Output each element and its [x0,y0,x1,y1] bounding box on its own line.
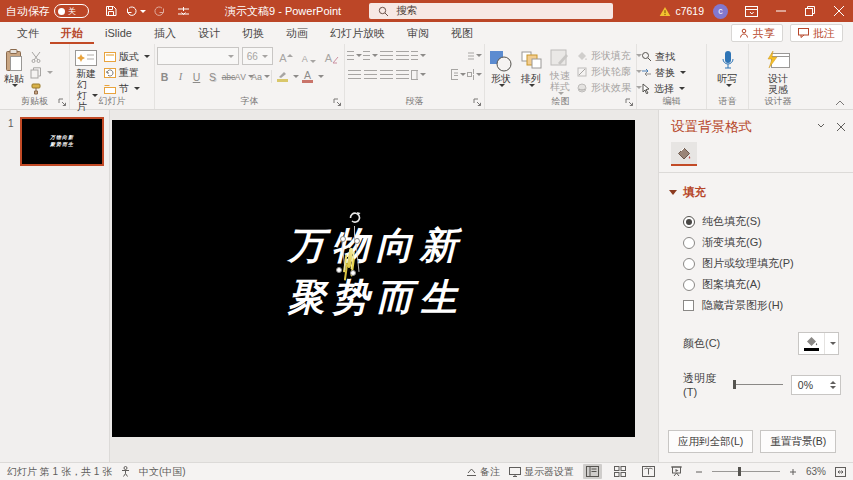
find-button[interactable]: 查找 [639,49,688,64]
tab-view[interactable]: 视图 [440,22,484,44]
option-solid-fill[interactable]: 纯色填充(S) [659,211,853,232]
tab-home[interactable]: 开始 [50,22,94,44]
display-settings-button[interactable]: 显示器设置 [509,465,574,479]
grow-font-icon[interactable]: A [276,48,295,64]
slide-sorter-view-button[interactable] [611,464,630,479]
clipboard-dialog-launcher[interactable] [58,98,67,107]
clear-formatting-icon[interactable]: A [322,48,342,64]
accessibility-icon[interactable] [121,466,130,477]
option-gradient-fill[interactable]: 渐变填充(G) [659,232,853,253]
rotate-handle-icon[interactable] [347,210,362,224]
radio-pattern-fill[interactable] [683,279,695,291]
radio-gradient-fill[interactable] [683,237,695,249]
italic-button[interactable]: I [173,69,188,84]
spin-up-icon[interactable] [830,381,836,384]
font-color-button[interactable]: A [300,69,315,84]
align-right-icon[interactable] [379,67,394,82]
transparency-spinbox[interactable]: 0% [791,375,841,395]
avatar[interactable]: c [713,4,728,19]
redo-icon[interactable] [147,0,171,22]
numbering-icon[interactable] [363,48,378,63]
save-icon[interactable] [99,0,123,22]
zoom-slider[interactable] [712,471,780,472]
color-dropdown-arrow[interactable] [825,333,838,354]
option-pattern-fill[interactable]: 图案填充(A) [659,274,853,295]
new-slide-button[interactable]: 新建 幻灯片 [72,47,100,96]
customize-quick-access-icon[interactable] [171,0,195,22]
format-painter-icon[interactable] [28,81,55,96]
alert-badge[interactable]: c7619 [659,5,704,17]
text-shadow-button[interactable]: S [205,69,220,84]
reset-button[interactable]: 重置 [102,65,152,80]
undo-icon[interactable] [123,0,147,22]
checkbox-hide-background[interactable] [683,300,694,311]
highlight-color-button[interactable] [275,69,290,84]
normal-view-button[interactable] [583,464,602,479]
selection-handle-nw[interactable] [340,236,346,242]
font-size-combo[interactable]: 66 [242,47,274,65]
close-button[interactable] [824,0,853,22]
tab-animations[interactable]: 动画 [275,22,319,44]
autosave-switch[interactable]: 关 [54,4,89,18]
bullets-icon[interactable] [347,48,362,63]
ribbon-display-options-icon[interactable] [737,0,766,22]
share-button[interactable]: 共享 [731,24,783,42]
align-text-icon[interactable] [451,67,466,82]
search-input[interactable]: 搜索 [369,3,613,19]
columns-icon[interactable] [411,67,426,82]
selection-handle-sw[interactable] [336,267,342,273]
cut-icon[interactable] [28,49,55,64]
panel-close-icon[interactable] [837,123,845,131]
slide-thumbnail[interactable]: 万物向新 聚势而生 [20,117,104,166]
fit-to-window-icon[interactable] [835,467,846,477]
apply-to-all-button[interactable]: 应用到全部(L) [668,430,753,453]
line-spacing-icon[interactable] [411,48,426,63]
reading-view-button[interactable] [639,464,658,479]
smartart-convert-icon[interactable] [467,67,482,82]
zoom-slider-thumb[interactable] [738,467,741,476]
fill-section-header[interactable]: 填充 [659,185,853,200]
tab-insert[interactable]: 插入 [143,22,187,44]
section-button[interactable]: 节 [102,81,152,96]
spin-down-icon[interactable] [830,386,836,389]
decrease-indent-icon[interactable] [379,48,394,63]
radio-solid-fill[interactable] [683,216,695,228]
layout-button[interactable]: 版式 [102,49,152,64]
underline-button[interactable]: U [189,69,204,84]
selection-handle-ne[interactable] [354,238,360,244]
paragraph-dialog-launcher[interactable] [473,98,482,107]
tab-review[interactable]: 审阅 [396,22,440,44]
panel-options-icon[interactable] [817,123,825,131]
replace-button[interactable]: 替换 [639,65,688,80]
zoom-out-button[interactable] [695,468,703,476]
minimize-button[interactable] [766,0,795,22]
radio-picture-fill[interactable] [683,258,695,270]
shapes-button[interactable]: 形状 [487,47,515,96]
comments-button[interactable]: 批注 [790,24,843,42]
select-button[interactable]: 选择 [639,81,688,96]
shape-outline-button[interactable]: 形状轮廓 [575,64,644,79]
slide-counter[interactable]: 幻灯片 第 1 张，共 1 张 [7,465,112,479]
drawing-dialog-launcher[interactable] [625,98,634,107]
tab-transitions[interactable]: 切换 [231,22,275,44]
fill-tab-icon[interactable] [671,142,697,166]
reset-background-button[interactable]: 重置背景(B) [760,430,836,453]
dictate-button[interactable]: 听写 [716,47,740,96]
shape-fill-button[interactable]: 形状填充 [575,48,644,63]
copy-icon[interactable] [28,65,55,80]
tab-file[interactable]: 文件 [6,22,50,44]
increase-indent-icon[interactable] [395,48,410,63]
fill-color-icon[interactable] [799,333,825,354]
font-dialog-launcher[interactable] [333,98,342,107]
zoom-level[interactable]: 63% [806,466,826,477]
notes-toggle[interactable]: 备注 [466,465,500,479]
character-spacing-button[interactable]: AV [237,69,252,84]
transparency-slider[interactable] [733,384,783,385]
zoom-in-button[interactable] [789,468,797,476]
tab-slideshow[interactable]: 幻灯片放映 [319,22,396,44]
option-picture-fill[interactable]: 图片或纹理填充(P) [659,253,853,274]
justify-icon[interactable] [395,67,410,82]
collapse-ribbon-icon[interactable] [835,100,845,106]
quick-styles-button[interactable]: 快速样式 [547,47,573,96]
language-indicator[interactable]: 中文(中国) [139,465,186,479]
